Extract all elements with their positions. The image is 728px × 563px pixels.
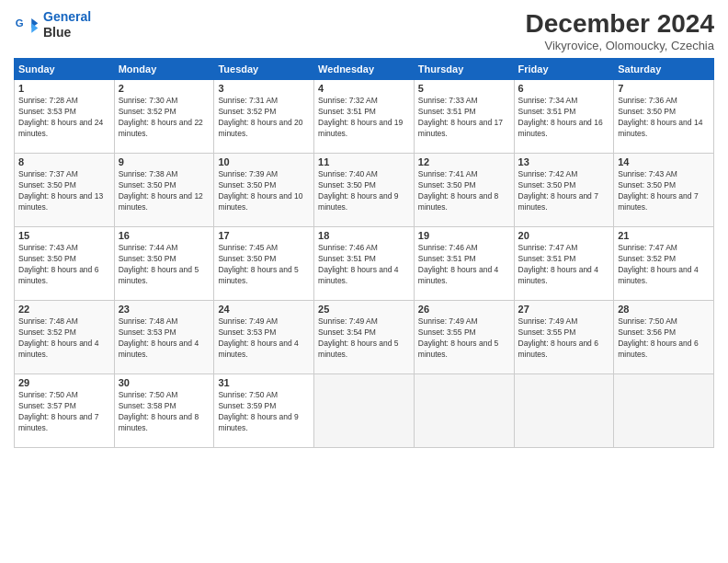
day-number: 13 [518,156,610,167]
day-info: Sunrise: 7:46 AM Sunset: 3:51 PM Dayligh… [418,243,510,287]
weekday-header-row: SundayMondayTuesdayWednesdayThursdayFrid… [15,59,714,80]
weekday-header: Friday [514,59,614,80]
day-number: 11 [318,156,410,167]
day-info: Sunrise: 7:32 AM Sunset: 3:51 PM Dayligh… [318,96,410,140]
calendar-table: SundayMondayTuesdayWednesdayThursdayFrid… [14,58,714,448]
weekday-header: Thursday [414,59,514,80]
day-number: 8 [18,156,110,167]
day-number: 10 [218,156,310,167]
calendar-cell: 4 Sunrise: 7:32 AM Sunset: 3:51 PM Dayli… [314,80,415,154]
day-number: 28 [618,304,710,315]
day-info: Sunrise: 7:34 AM Sunset: 3:51 PM Dayligh… [518,96,610,140]
day-info: Sunrise: 7:49 AM Sunset: 3:53 PM Dayligh… [218,316,310,361]
calendar-cell: 19 Sunrise: 7:46 AM Sunset: 3:51 PM Dayl… [414,227,514,301]
calendar-cell: 17 Sunrise: 7:45 AM Sunset: 3:50 PM Dayl… [214,227,314,301]
location-subtitle: Vikyrovice, Olomoucky, Czechia [526,39,714,52]
day-info: Sunrise: 7:45 AM Sunset: 3:50 PM Dayligh… [218,243,310,287]
month-title: December 2024 [526,9,714,39]
day-number: 30 [119,377,210,388]
day-info: Sunrise: 7:48 AM Sunset: 3:53 PM Dayligh… [119,316,210,361]
calendar-cell: 2 Sunrise: 7:30 AM Sunset: 3:52 PM Dayli… [114,80,214,154]
day-number: 5 [418,83,510,94]
calendar-cell: 28 Sunrise: 7:50 AM Sunset: 3:56 PM Dayl… [614,301,714,374]
calendar-cell: 1 Sunrise: 7:28 AM Sunset: 3:53 PM Dayli… [15,80,115,154]
day-number: 22 [18,304,110,315]
title-block: December 2024 Vikyrovice, Olomoucky, Cze… [526,9,714,52]
calendar-cell: 23 Sunrise: 7:48 AM Sunset: 3:53 PM Dayl… [114,301,214,374]
day-number: 9 [119,156,210,167]
weekday-header: Monday [114,59,214,80]
day-info: Sunrise: 7:37 AM Sunset: 3:50 PM Dayligh… [18,169,110,213]
page-container: G General Blue December 2024 Vikyrovice,… [0,0,728,457]
calendar-cell: 5 Sunrise: 7:33 AM Sunset: 3:51 PM Dayli… [414,80,514,154]
calendar-cell: 26 Sunrise: 7:49 AM Sunset: 3:55 PM Dayl… [414,301,514,374]
logo-line2: Blue [43,25,91,40]
calendar-cell: 25 Sunrise: 7:49 AM Sunset: 3:54 PM Dayl… [314,301,415,374]
day-info: Sunrise: 7:36 AM Sunset: 3:50 PM Dayligh… [618,96,710,140]
weekday-header: Tuesday [214,59,314,80]
calendar-cell: 20 Sunrise: 7:47 AM Sunset: 3:51 PM Dayl… [514,227,614,301]
calendar-cell: 3 Sunrise: 7:31 AM Sunset: 3:52 PM Dayli… [214,80,314,154]
day-info: Sunrise: 7:42 AM Sunset: 3:50 PM Dayligh… [518,169,610,213]
calendar-cell: 30 Sunrise: 7:50 AM Sunset: 3:58 PM Dayl… [114,374,214,448]
calendar-cell: 18 Sunrise: 7:46 AM Sunset: 3:51 PM Dayl… [314,227,415,301]
calendar-week-row: 1 Sunrise: 7:28 AM Sunset: 3:53 PM Dayli… [15,80,714,154]
day-number: 12 [418,156,510,167]
calendar-week-row: 22 Sunrise: 7:48 AM Sunset: 3:52 PM Dayl… [15,301,714,374]
day-info: Sunrise: 7:30 AM Sunset: 3:52 PM Dayligh… [119,96,210,140]
calendar-cell [314,374,415,448]
day-number: 21 [618,230,710,241]
calendar-cell: 13 Sunrise: 7:42 AM Sunset: 3:50 PM Dayl… [514,154,614,227]
calendar-cell: 24 Sunrise: 7:49 AM Sunset: 3:53 PM Dayl… [214,301,314,374]
day-number: 18 [318,230,410,241]
day-info: Sunrise: 7:41 AM Sunset: 3:50 PM Dayligh… [418,169,510,213]
day-info: Sunrise: 7:46 AM Sunset: 3:51 PM Dayligh… [318,243,410,287]
calendar-cell: 11 Sunrise: 7:40 AM Sunset: 3:50 PM Dayl… [314,154,415,227]
day-number: 27 [518,304,610,315]
day-number: 24 [218,304,310,315]
calendar-cell: 31 Sunrise: 7:50 AM Sunset: 3:59 PM Dayl… [214,374,314,448]
day-number: 16 [119,230,210,241]
calendar-cell [514,374,614,448]
logo-line1: General [43,9,91,24]
day-info: Sunrise: 7:44 AM Sunset: 3:50 PM Dayligh… [119,243,210,287]
day-info: Sunrise: 7:43 AM Sunset: 3:50 PM Dayligh… [18,243,110,287]
day-number: 2 [119,83,210,94]
calendar-cell: 12 Sunrise: 7:41 AM Sunset: 3:50 PM Dayl… [414,154,514,227]
day-info: Sunrise: 7:50 AM Sunset: 3:59 PM Dayligh… [218,390,310,434]
calendar-cell: 22 Sunrise: 7:48 AM Sunset: 3:52 PM Dayl… [15,301,115,374]
calendar-cell [414,374,514,448]
calendar-cell: 15 Sunrise: 7:43 AM Sunset: 3:50 PM Dayl… [15,227,115,301]
logo: G General Blue [14,9,91,40]
day-number: 17 [218,230,310,241]
day-number: 7 [618,83,710,94]
day-number: 1 [18,83,110,94]
calendar-cell: 16 Sunrise: 7:44 AM Sunset: 3:50 PM Dayl… [114,227,214,301]
day-info: Sunrise: 7:31 AM Sunset: 3:52 PM Dayligh… [218,96,310,140]
header: G General Blue December 2024 Vikyrovice,… [14,9,714,52]
calendar-week-row: 15 Sunrise: 7:43 AM Sunset: 3:50 PM Dayl… [15,227,714,301]
day-number: 20 [518,230,610,241]
calendar-week-row: 29 Sunrise: 7:50 AM Sunset: 3:57 PM Dayl… [15,374,714,448]
day-number: 26 [418,304,510,315]
day-number: 31 [218,377,310,388]
weekday-header: Wednesday [314,59,415,80]
day-number: 4 [318,83,410,94]
day-number: 14 [618,156,710,167]
day-info: Sunrise: 7:38 AM Sunset: 3:50 PM Dayligh… [119,169,210,213]
day-number: 23 [119,304,210,315]
day-info: Sunrise: 7:50 AM Sunset: 3:58 PM Dayligh… [119,390,210,434]
day-number: 29 [18,377,110,388]
weekday-header: Saturday [614,59,714,80]
day-info: Sunrise: 7:50 AM Sunset: 3:56 PM Dayligh… [618,316,710,361]
calendar-cell [614,374,714,448]
calendar-cell: 10 Sunrise: 7:39 AM Sunset: 3:50 PM Dayl… [214,154,314,227]
day-info: Sunrise: 7:28 AM Sunset: 3:53 PM Dayligh… [18,96,110,140]
day-info: Sunrise: 7:49 AM Sunset: 3:55 PM Dayligh… [418,316,510,361]
day-info: Sunrise: 7:47 AM Sunset: 3:51 PM Dayligh… [518,243,610,287]
day-info: Sunrise: 7:40 AM Sunset: 3:50 PM Dayligh… [318,169,410,213]
svg-text:G: G [16,17,24,29]
calendar-cell: 9 Sunrise: 7:38 AM Sunset: 3:50 PM Dayli… [114,154,214,227]
day-info: Sunrise: 7:49 AM Sunset: 3:54 PM Dayligh… [318,316,410,361]
logo-text: General Blue [43,9,91,40]
